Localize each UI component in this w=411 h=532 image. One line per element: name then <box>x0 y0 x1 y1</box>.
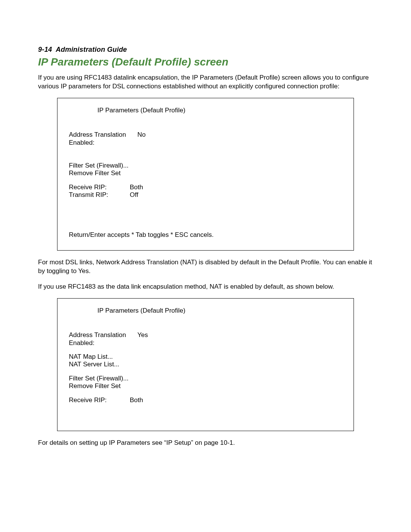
receive-rip-label: Receive RIP: <box>69 184 130 191</box>
page-ref: 9-14 <box>38 46 52 53</box>
intro-paragraph: If you are using RFC1483 datalink encaps… <box>38 73 373 91</box>
mid-paragraph-1: For most DSL links, Network Address Tran… <box>38 258 373 276</box>
receive-rip-label-2: Receive RIP: <box>69 396 130 404</box>
screen-title-1: IP Parameters (Default Profile) <box>69 107 342 114</box>
addr-translation-value-2: Yes <box>137 331 148 347</box>
receive-rip-value: Both <box>130 184 143 191</box>
addr-translation-row-2: Address Translation Enabled: Yes <box>69 331 342 347</box>
screen-box-1: IP Parameters (Default Profile) Address … <box>57 98 354 251</box>
mid-paragraph-2: If you use RFC1483 as the data link enca… <box>38 283 373 291</box>
transmit-rip-value: Off <box>130 191 138 199</box>
guide-name: Administration Guide <box>56 46 127 53</box>
receive-rip-row-2: Receive RIP: Both <box>69 396 342 404</box>
page: 9-14 Administration Guide IP Parameters … <box>0 0 411 532</box>
outro-paragraph: For details on setting up IP Parameters … <box>38 439 373 447</box>
addr-translation-label-2: Address Translation Enabled: <box>69 331 137 347</box>
section-title: IP Parameters (Default Profile) screen <box>38 56 373 68</box>
screen-box-2: IP Parameters (Default Profile) Address … <box>57 298 354 431</box>
addr-translation-row: Address Translation Enabled: No <box>69 131 342 147</box>
filter-set-item-2: Filter Set (Firewall)... <box>69 375 342 382</box>
box1-footer: Return/Enter accepts * Tab toggles * ESC… <box>69 231 342 239</box>
screen-title-2: IP Parameters (Default Profile) <box>69 307 342 315</box>
transmit-rip-row: Transmit RIP: Off <box>69 191 342 199</box>
filter-set-item: Filter Set (Firewall)... <box>69 162 342 169</box>
remove-filter-item-2: Remove Filter Set <box>69 382 342 390</box>
nat-server-item: NAT Server List... <box>69 361 342 368</box>
transmit-rip-label: Transmit RIP: <box>69 191 130 199</box>
receive-rip-value-2: Both <box>130 396 143 404</box>
nat-map-item: NAT Map List... <box>69 353 342 361</box>
page-header: 9-14 Administration Guide <box>38 46 373 54</box>
addr-translation-value: No <box>137 131 146 147</box>
addr-translation-label: Address Translation Enabled: <box>69 131 137 147</box>
remove-filter-item: Remove Filter Set <box>69 169 342 177</box>
receive-rip-row: Receive RIP: Both <box>69 184 342 191</box>
